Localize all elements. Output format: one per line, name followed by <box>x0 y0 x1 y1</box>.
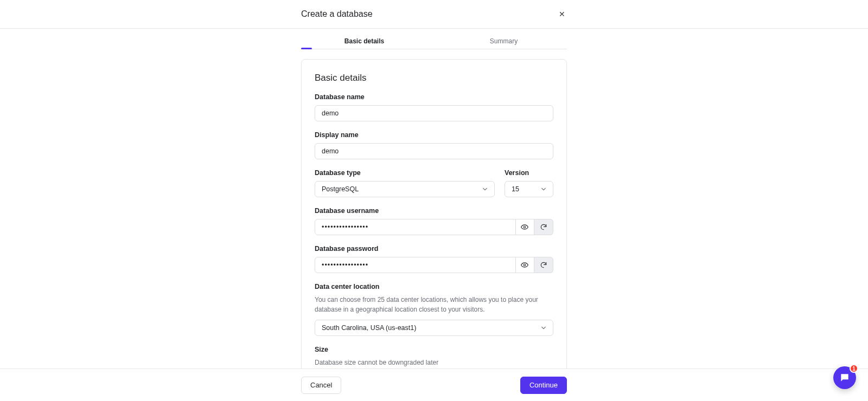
tab-basic-details[interactable]: Basic details <box>301 37 427 45</box>
tab-summary[interactable]: Summary <box>441 37 567 45</box>
chat-notification-badge: 1 <box>850 364 858 373</box>
close-icon: ✕ <box>559 10 565 18</box>
cancel-button[interactable]: Cancel <box>301 377 341 394</box>
version-label: Version <box>505 169 553 177</box>
version-select[interactable]: 15 <box>505 181 553 197</box>
size-label: Size <box>315 346 553 353</box>
chat-launcher[interactable]: 1 <box>833 366 856 389</box>
refresh-icon <box>540 261 547 269</box>
database-type-label: Database type <box>315 169 495 177</box>
display-name-label: Display name <box>315 131 553 139</box>
database-username-label: Database username <box>315 207 553 215</box>
chevron-down-icon <box>541 186 546 192</box>
basic-details-card: Basic details Database name Display name… <box>301 59 567 368</box>
eye-icon <box>521 223 528 231</box>
svg-point-1 <box>524 264 526 266</box>
continue-button[interactable]: Continue <box>520 377 567 394</box>
chevron-down-icon <box>541 325 546 331</box>
refresh-icon <box>540 223 547 231</box>
eye-icon <box>521 261 528 269</box>
database-password-label: Database password <box>315 245 553 253</box>
chat-icon <box>839 372 850 383</box>
modal-header: Create a database ✕ <box>0 0 868 29</box>
size-help: Database size cannot be downgraded later <box>315 358 553 367</box>
page-title: Create a database <box>301 9 373 19</box>
regenerate-password-button[interactable] <box>534 257 553 273</box>
svg-point-0 <box>524 226 526 228</box>
regenerate-username-button[interactable] <box>534 219 553 235</box>
location-select[interactable]: South Carolina, USA (us-east1) <box>315 320 553 336</box>
stepper: Basic details Summary <box>301 29 567 49</box>
database-name-label: Database name <box>315 93 553 101</box>
toggle-password-visibility-button[interactable] <box>516 257 534 273</box>
version-value: 15 <box>512 185 519 193</box>
card-title: Basic details <box>315 73 553 83</box>
database-password-input[interactable] <box>315 257 516 273</box>
location-label: Data center location <box>315 283 553 290</box>
location-help: You can choose from 25 data center locat… <box>315 295 553 314</box>
database-type-value: PostgreSQL <box>322 185 359 193</box>
display-name-input[interactable] <box>315 143 553 159</box>
close-button[interactable]: ✕ <box>557 9 567 19</box>
toggle-username-visibility-button[interactable] <box>516 219 534 235</box>
chevron-down-icon <box>482 186 488 192</box>
database-username-input[interactable] <box>315 219 516 235</box>
database-type-select[interactable]: PostgreSQL <box>315 181 495 197</box>
location-value: South Carolina, USA (us-east1) <box>322 324 416 332</box>
database-name-input[interactable] <box>315 105 553 121</box>
modal-footer: Cancel Continue <box>0 368 868 401</box>
